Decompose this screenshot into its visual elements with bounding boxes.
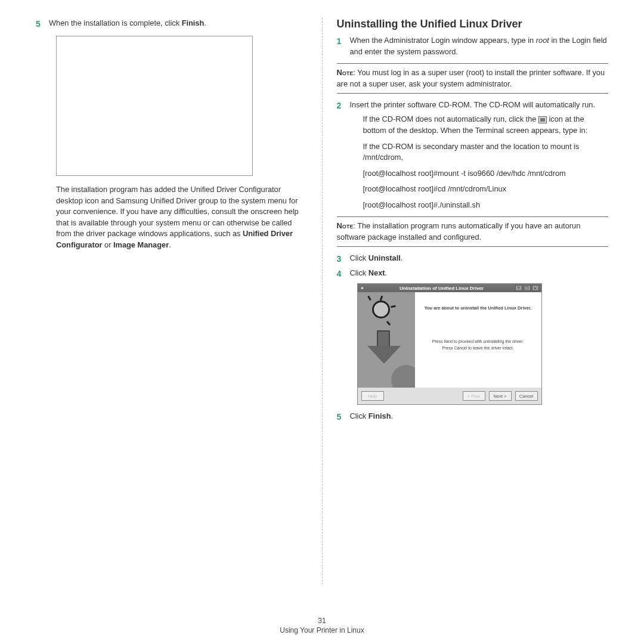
step-number: 2 (337, 100, 350, 112)
note-body: : The installation program runs automati… (337, 221, 581, 242)
dialog-title: Uninstallation of Unified Linux Driver (369, 286, 515, 291)
right-column: Uninstalling the Unified Linux Driver 1 … (325, 18, 621, 584)
bold-text: Uninstall (369, 253, 401, 262)
text: or (102, 240, 113, 249)
left-step-5: 5 When the installation is complete, cli… (36, 18, 308, 30)
dialog-main: You are about to uninstall the Unified L… (415, 292, 541, 388)
step-number: 4 (337, 268, 350, 280)
text: Click (350, 253, 369, 262)
text: Click (350, 411, 369, 420)
text: When the installation is complete, click (49, 18, 182, 27)
text: . (169, 240, 171, 249)
command-text: [root@localhost root]#./uninstall.sh (363, 200, 609, 211)
step-number: 3 (337, 253, 350, 265)
dialog-sysmenu-icon[interactable]: ✦ (360, 286, 369, 291)
page-number: 31 (0, 617, 644, 625)
dialog-titlebar: ✦ Uninstallation of Unified Linux Driver… (358, 284, 541, 292)
step-body: Insert the printer software CD-ROM. The … (350, 100, 609, 112)
italic-text: root (536, 36, 549, 45)
column-divider (322, 18, 323, 584)
text: . (204, 18, 206, 27)
step-body: When the Administrator Login window appe… (350, 35, 609, 57)
right-step-3: 3 Click Uninstall. (337, 253, 609, 265)
step-body: Click Finish. (350, 411, 609, 423)
dialog-body: You are about to uninstall the Unified L… (358, 292, 541, 388)
page-columns: 5 When the installation is complete, cli… (0, 0, 644, 596)
help-button[interactable]: Help (361, 391, 384, 401)
bold-text: Finish (369, 411, 391, 420)
section-heading: Uninstalling the Unified Linux Driver (337, 18, 609, 30)
prev-button[interactable]: < Prev (463, 391, 485, 401)
command-text: [root@localhost root]#mount -t iso9660 /… (363, 168, 609, 179)
note-label: Note (337, 221, 354, 230)
uninstall-dialog: ✦ Uninstallation of Unified Linux Driver… (357, 283, 542, 405)
cancel-button[interactable]: Cancel (515, 391, 538, 401)
left-column: 5 When the installation is complete, cli… (24, 18, 320, 584)
right-step-1: 1 When the Administrator Login window ap… (337, 35, 609, 57)
close-icon[interactable]: × (532, 285, 539, 291)
step-number: 5 (36, 18, 49, 30)
footer-section-title: Using Your Printer in Linux (0, 626, 644, 634)
text: . (401, 253, 403, 262)
dialog-text: Press Next to proceed with uninstalling … (420, 339, 537, 343)
right-step-5: 5 Click Finish. (337, 411, 609, 423)
step-body: Click Uninstall. (350, 253, 609, 265)
note-body: : You must log in as a super user (root)… (337, 68, 605, 88)
page-footer: 31 Using Your Printer in Linux (0, 617, 644, 634)
substep: If the CD-ROM is secondary master and th… (363, 141, 609, 163)
bold-text: Next (369, 268, 385, 277)
text: If the CD-ROM does not automatically run… (363, 114, 538, 123)
substep: If the CD-ROM does not automatically run… (363, 114, 609, 136)
right-step-2: 2 Insert the printer software CD-ROM. Th… (337, 100, 609, 112)
step-number: 1 (337, 35, 350, 57)
text: When the Administrator Login window appe… (350, 36, 536, 45)
screenshot-placeholder (56, 36, 253, 176)
step-number: 5 (337, 411, 350, 423)
step-body: When the installation is complete, click… (49, 18, 308, 30)
dialog-text: Press Cancel to leave the driver intact. (420, 346, 537, 350)
step-body: Click Next. (350, 268, 609, 280)
note-label: Note (337, 68, 354, 77)
dialog-button-row: Help < Prev Next > Cancel (358, 388, 541, 404)
command-text: [root@localhost root]#cd /mnt/cdrom/Linu… (363, 184, 609, 195)
text: . (391, 411, 393, 420)
bold-text: Finish (182, 18, 205, 27)
note-block-1: Note: You must log in as a super user (r… (337, 63, 609, 94)
minimize-icon[interactable]: ? (515, 285, 522, 291)
maximize-icon[interactable]: ▢ (524, 285, 531, 291)
right-step-4: 4 Click Next. (337, 268, 609, 280)
dialog-heading: You are about to uninstall the Unified L… (420, 305, 537, 311)
note-block-2: Note: The installation program runs auto… (337, 216, 609, 247)
text: . (385, 268, 388, 277)
text: Click (350, 268, 369, 277)
dialog-side-graphic (358, 292, 415, 388)
bold-text: Image Manager (113, 240, 169, 249)
terminal-icon (538, 116, 547, 123)
next-button[interactable]: Next > (489, 391, 512, 401)
left-description: The installation program has added the U… (56, 184, 308, 250)
